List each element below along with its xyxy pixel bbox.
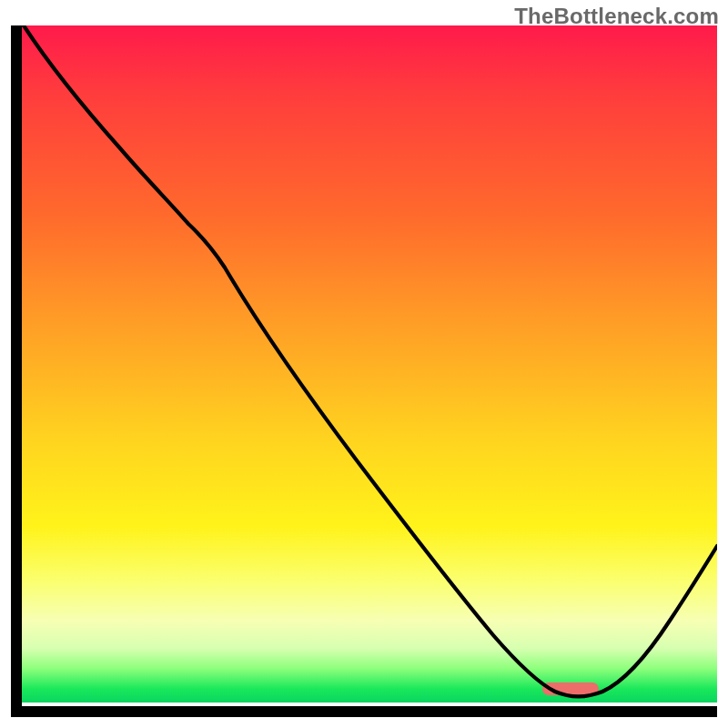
chart-frame: TheBottleneck.com: [0, 0, 728, 728]
curve-path: [24, 25, 717, 696]
plot-area: [11, 25, 717, 717]
bottleneck-curve: [11, 25, 717, 717]
